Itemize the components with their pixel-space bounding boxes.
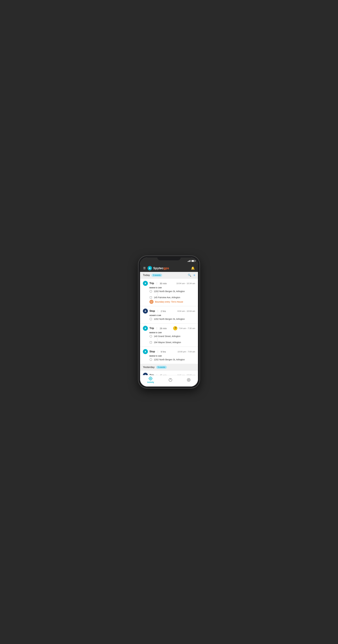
search-icon[interactable]: 🔍 (188, 274, 191, 277)
stop-icon (143, 308, 148, 314)
event1-time: 10:04 am - 10:34 am (176, 282, 195, 284)
yevent1-header: Trip | 45 min 9:15 pm - 10:00 pm (143, 373, 195, 375)
event3-device: MARIA'S CAR (150, 332, 195, 334)
event2-header: Stop | 2 hrs 8:04 am - 10:04 am (143, 308, 195, 314)
event1-loc2: 145 Fairview Ave, Arlington (150, 296, 195, 299)
svg-line-5 (176, 328, 176, 328)
today-title-group: Today 3 events (143, 274, 162, 277)
event1-loc1-text: 1202 North Bergen St, Arlington (154, 290, 185, 292)
event3-duration: 26 min (160, 327, 167, 330)
yesterday-section-header: Yesterday 5 events (140, 364, 198, 370)
event4-locations: 1202 North Bergen St, Arlington (150, 358, 195, 361)
event3-loc2-text: 194 Wayne Street, Arlington (154, 341, 181, 344)
event1-device: MARIA'S CAR (150, 287, 195, 289)
event1-header: Trip | 30 min 10:04 am - 10:34 am (143, 281, 195, 286)
nav-item-tracking[interactable] (168, 378, 172, 382)
tracking-nav-icon (168, 378, 172, 382)
filter-icon[interactable]: ≡ (194, 274, 195, 277)
today-events-badge: 3 events (152, 274, 162, 277)
yesterday-title-group: Yesterday 5 events (143, 366, 167, 369)
event-card-trip2[interactable]: Trip | 26 min 7:04 am - 7:30 am (140, 324, 198, 347)
event1-loc2-text: 145 Fairview Ave, Arlington (154, 296, 180, 299)
event-card-stop2[interactable]: Stop | 9 hrs 10:00 pm - 7:04 am MARIA'S … (140, 347, 198, 364)
logo-container: Spytecgps (148, 266, 169, 270)
event3-loc1: 140 Grand Street, Arlington (150, 335, 195, 338)
today-title: Today (143, 274, 150, 277)
trip-icon (143, 281, 148, 286)
content-area[interactable]: Today 3 events 🔍 ≡ Trip | (140, 272, 198, 375)
event2-loc1: 1202 North Bergen St, Arlington (150, 318, 195, 320)
event4-header: Stop | 9 hrs 10:00 pm - 7:04 am (143, 349, 195, 354)
logo-icon (148, 266, 152, 270)
yesterday-title: Yesterday (143, 366, 154, 369)
bell-icon[interactable]: 🔔 (191, 266, 195, 270)
event1-loc1: 1202 North Bergen St, Arlington (150, 290, 195, 293)
event-card-stop1[interactable]: Stop | 2 hrs 8:04 am - 10:04 am ADAM'S C… (140, 306, 198, 324)
stop-location-icon (150, 318, 152, 320)
event4-loc1: 1202 North Bergen St, Arlington (150, 358, 195, 361)
yevent1-header-left: Trip | 45 min (143, 373, 167, 375)
event3-time: 7:04 am - 7:30 am (179, 327, 195, 330)
svg-point-2 (151, 301, 152, 302)
event3-loc1-text: 140 Grand Street, Arlington (154, 335, 180, 338)
connector3 (157, 338, 195, 341)
signal-icon (188, 260, 190, 262)
event1-header-left: Trip | 30 min (143, 281, 167, 286)
event4-loc1-text: 1202 North Bergen St, Arlington (154, 358, 185, 361)
event2-loc1-text: 1202 North Bergen St, Arlington (154, 318, 185, 320)
phone-notch (157, 256, 181, 260)
yevent1-icon (143, 373, 148, 375)
yevent1-type: Trip (150, 374, 154, 375)
hamburger-icon[interactable]: ☰ (143, 266, 146, 270)
event2-device: ADAM'S CAR (150, 314, 195, 316)
trip2-start-icon (150, 335, 152, 338)
event1-type: Trip (150, 282, 154, 285)
event2-type: Stop (150, 310, 155, 312)
event1-duration: 30 min (160, 282, 167, 285)
event2-duration: 2 hrs (161, 310, 166, 312)
phone-frame: ☰ Spytecgps 🔔 Today (138, 256, 200, 388)
activity-label: Activity (147, 381, 154, 383)
event3-loc2: 194 Wayne Street, Arlington (150, 341, 195, 344)
yesterday-events-badge: 5 events (156, 366, 167, 369)
event4-time: 10:00 pm - 7:04 am (178, 350, 195, 353)
event4-duration: 9 hrs (161, 350, 166, 353)
event-card-trip1[interactable]: Trip | 30 min 10:04 am - 10:34 am MARIA'… (140, 279, 198, 306)
event2-locations: 1202 North Bergen St, Arlington (150, 318, 195, 320)
status-icons (188, 260, 195, 262)
boundary-text: Boundary entry: Tim's House (155, 300, 183, 303)
section-actions: 🔍 ≡ (188, 274, 195, 277)
boundary-icon (150, 300, 154, 304)
event3-header-left: Trip | 26 min (143, 326, 167, 331)
targets-nav-icon (187, 378, 191, 382)
connector1 (157, 293, 195, 296)
svg-point-8 (150, 378, 151, 379)
svg-point-4 (175, 328, 176, 328)
bottom-nav: Activity (140, 375, 198, 386)
app-header: ☰ Spytecgps 🔔 (140, 264, 198, 272)
nav-item-activity[interactable]: Activity (147, 376, 154, 383)
trip2-icon (143, 326, 148, 331)
event2-time: 8:04 am - 10:04 am (178, 310, 195, 312)
stop2-location-icon (150, 358, 152, 361)
event3-header: Trip | 26 min 7:04 am - 7:30 am (143, 326, 195, 331)
logo-text: Spytecgps (153, 266, 169, 270)
battery-icon (192, 260, 195, 262)
start-location-icon (150, 290, 152, 293)
event3-type: Trip (150, 327, 154, 330)
header-left: ☰ Spytecgps (143, 266, 169, 270)
event3-locations: 140 Grand Street, Arlington 194 Wayne St… (150, 335, 195, 344)
nav-item-targets[interactable] (187, 378, 191, 382)
event4-header-left: Stop | 9 hrs (143, 349, 166, 354)
end-location-icon (150, 296, 152, 299)
activity-nav-icon (148, 376, 152, 380)
today-section-header: Today 3 events 🔍 ≡ (140, 272, 198, 279)
phone-screen: ☰ Spytecgps 🔔 Today (140, 258, 198, 386)
event4-device: MARIA'S CAR (150, 355, 195, 357)
stop2-icon (143, 349, 148, 354)
event1-locations: 1202 North Bergen St, Arlington 145 Fair… (150, 290, 195, 304)
event4-type: Stop (150, 350, 155, 353)
event-card-yesterday1[interactable]: Trip | 45 min 9:15 pm - 10:00 pm ADAM'S … (140, 370, 198, 375)
event2-header-left: Stop | 2 hrs (143, 308, 166, 314)
yevent1-duration: 45 min (160, 374, 167, 375)
